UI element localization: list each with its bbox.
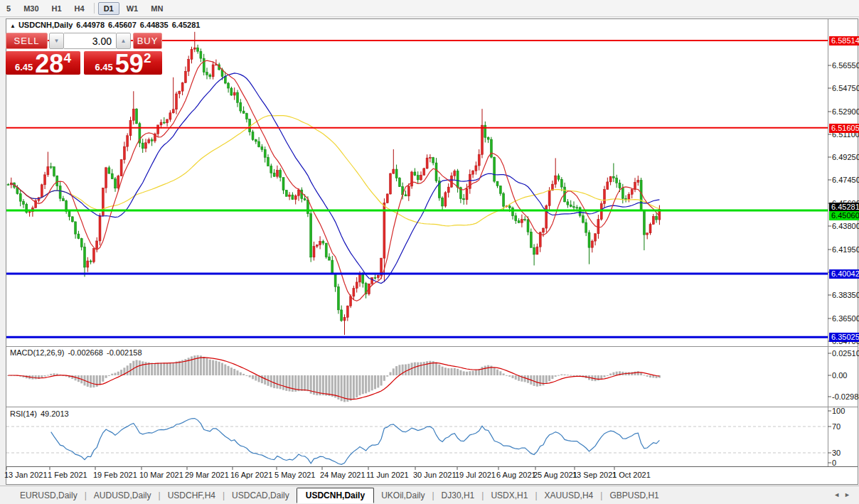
buy-price-box[interactable]: 6.45592 (84, 51, 162, 75)
chart-tab-usdcad[interactable]: USDCAD,Daily (225, 488, 297, 503)
chevron-up-icon: ▲ (121, 38, 127, 44)
buy-button[interactable]: BUY (133, 33, 162, 49)
panel-collapse-arrow-icon[interactable]: ▲ (10, 23, 16, 29)
sell-price-superscript: 4 (63, 50, 71, 66)
chart-tab-usdx[interactable]: USDX,H1 (484, 488, 535, 503)
symbol-label: USDCNH,Daily (18, 21, 73, 29)
chart-tab-eurusd[interactable]: EURUSD,Daily (13, 488, 85, 503)
tab-scroll-left-icon[interactable]: ◄ (833, 491, 844, 498)
price-level-badge: 6.45060 (829, 211, 859, 220)
mt4-window: 5M30H1H4D1W1MN ▲USDCNH,Daily6.449786.456… (0, 0, 859, 504)
chart-tab-usdcnh[interactable]: USDCNH,Daily (297, 488, 374, 503)
buy-button-label: BUY (137, 36, 159, 46)
rsi-name: RSI(14) (10, 409, 37, 418)
price-tick-label: 6.38350 (832, 291, 859, 299)
chart-tab-ukoil[interactable]: UKOil,Daily (374, 488, 432, 503)
rsi-tick-label: 100 (832, 407, 845, 415)
price-tick-label: 6.56550 (832, 61, 859, 70)
sell-price-small: 6.45 (15, 62, 33, 73)
one-click-trade-panel: SELL ▼ 3.00 ▲ BUY 6.45284 6.45592 (6, 33, 162, 75)
date-tick-label: 24 May 2021 (320, 471, 366, 479)
price-level-badge: 6.40042 (829, 269, 859, 279)
rsi-tick-label: 70 (832, 422, 841, 431)
price-level-badge: 6.35025 (829, 333, 859, 342)
date-tick-label: 19 Feb 2021 (93, 471, 137, 479)
macd-pane[interactable] (7, 355, 661, 402)
rsi-tick-label: 0 (832, 459, 836, 467)
macd-signal-value: -0.002158 (107, 348, 142, 357)
price-tick-label: 6.54750 (832, 84, 859, 92)
volume-stepper: ▼ 3.00 ▲ (49, 33, 131, 49)
chevron-down-icon: ▼ (54, 38, 60, 44)
buy-price-superscript: 2 (144, 50, 151, 66)
date-tick-label: 13 Jan 2021 (4, 471, 48, 479)
volume-value: 3.00 (92, 36, 112, 47)
macd-tick-label: 0.025108 (832, 349, 859, 358)
date-tick-label: 1 Feb 2021 (48, 471, 87, 479)
date-tick-label: 6 Aug 2021 (496, 471, 536, 479)
macd-value: -0.002668 (68, 348, 103, 357)
rsi-tick-label: 30 (832, 449, 841, 457)
chart-tab-xauusd[interactable]: XAUUSD,H4 (538, 488, 601, 503)
volume-input[interactable]: 3.00 (64, 33, 116, 49)
date-tick-label: 29 Mar 2021 (185, 471, 229, 479)
price-tick-label: 6.36500 (832, 314, 859, 323)
ohlc-low: 6.44835 (140, 21, 169, 29)
chart-symbol-header: ▲USDCNH,Daily6.449786.456076.448356.4528… (10, 21, 203, 29)
price-tick-label: 6.49250 (832, 153, 859, 161)
volume-decrease-button[interactable]: ▼ (49, 33, 64, 49)
buy-price-big: 59 (115, 53, 144, 75)
macd-header: MACD(12,26,9)-0.002668-0.002158 (10, 348, 146, 357)
tab-scroll-arrows: ◄► (833, 491, 855, 498)
date-tick-label: 5 May 2021 (274, 471, 315, 479)
price-tick-label: 6.41950 (832, 245, 859, 254)
price-level-badge: 6.58514 (829, 36, 859, 45)
price-tick-label: 6.47450 (832, 176, 859, 184)
date-tick-label: 16 Apr 2021 (230, 471, 272, 479)
rsi-pane[interactable] (6, 419, 828, 465)
tab-scroll-right-icon[interactable]: ► (844, 491, 855, 498)
date-tick-label: 25 Aug 2021 (533, 471, 577, 479)
chart-tab-gbpusd[interactable]: GBPUSD,H1 (602, 488, 666, 503)
main-pane[interactable] (7, 32, 661, 335)
sell-price-box[interactable]: 6.45284 (6, 51, 80, 75)
chart-tab-bar: EURUSD,Daily|AUDUSD,Daily|USDCHF,H4|USDC… (0, 486, 859, 504)
date-tick-label: 10 Mar 2021 (139, 471, 183, 479)
price-tick-label: 6.52900 (832, 107, 859, 116)
price-level-badge: 6.51605 (829, 124, 859, 133)
chart-tab-usdchf[interactable]: USDCHF,H4 (161, 488, 223, 503)
chart-tab-audusd[interactable]: AUDUSD,Daily (87, 488, 159, 503)
ohlc-open: 6.44978 (76, 21, 105, 29)
macd-tick-label: 0.00 (832, 371, 847, 380)
ohlc-high: 6.45607 (108, 21, 137, 29)
date-tick-label: 13 Sep 2021 (572, 471, 617, 479)
price-tick-label: 6.43800 (832, 222, 859, 230)
chart-tab-dj30[interactable]: DJ30,H1 (434, 488, 482, 503)
sell-button-label: SELL (14, 36, 40, 46)
ohlc-close: 6.45281 (172, 21, 201, 29)
rsi-value: 49.2013 (41, 409, 69, 418)
sell-price-big: 28 (35, 53, 63, 75)
sell-button[interactable]: SELL (6, 33, 48, 49)
date-tick-label: 1 Oct 2021 (612, 471, 651, 479)
volume-increase-button[interactable]: ▲ (116, 33, 131, 49)
date-tick-label: 19 Jul 2021 (455, 471, 496, 479)
buy-price-small: 6.45 (95, 62, 113, 73)
rsi-header: RSI(14)49.2013 (10, 409, 73, 418)
macd-tick-label: -0.02988 (832, 392, 859, 401)
date-tick-label: 11 Jun 2021 (366, 471, 409, 479)
date-tick-label: 30 Jun 2021 (413, 471, 457, 479)
macd-name: MACD(12,26,9) (10, 348, 64, 357)
